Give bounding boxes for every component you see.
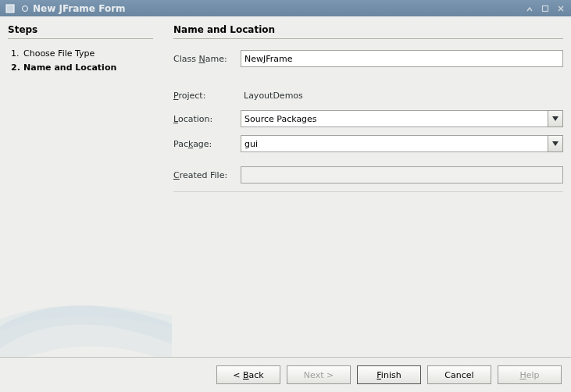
package-label: Package:: [173, 139, 241, 149]
finish-button[interactable]: Finish: [357, 365, 421, 384]
classname-label: Class Name:: [173, 54, 241, 64]
step-number: 1.: [11, 47, 23, 61]
createdfile-field: [241, 166, 563, 184]
package-input[interactable]: [241, 135, 548, 152]
divider: [8, 38, 153, 39]
location-label: Location:: [173, 114, 241, 124]
svg-rect-0: [6, 5, 14, 12]
cancel-button[interactable]: Cancel: [427, 365, 491, 384]
main-panel: Name and Location Class Name: Project: L…: [161, 24, 563, 348]
step-number: 2.: [11, 61, 23, 75]
dropdown-arrow-icon[interactable]: [548, 135, 563, 152]
dropdown-arrow-icon[interactable]: [548, 110, 563, 127]
button-bar: < Back Next > Finish Cancel Help: [0, 357, 571, 392]
minimize-button[interactable]: [524, 3, 535, 14]
step-label: Name and Location: [23, 61, 116, 75]
next-button: Next >: [287, 365, 351, 384]
steps-sidebar: Steps 1. Choose File Type 2. Name and Lo…: [8, 24, 161, 348]
divider: [173, 38, 563, 39]
main-heading: Name and Location: [173, 24, 563, 35]
divider: [173, 191, 563, 192]
app-icon: [5, 3, 16, 14]
svg-rect-1: [543, 5, 548, 11]
titlebar: New JFrame Form: [0, 0, 571, 16]
maximize-button[interactable]: [540, 3, 551, 14]
close-button[interactable]: [555, 3, 566, 14]
bullet-icon: [22, 5, 28, 12]
step-item: 1. Choose File Type: [11, 47, 153, 61]
location-input[interactable]: [241, 110, 548, 127]
step-item: 2. Name and Location: [11, 61, 153, 75]
classname-input[interactable]: [241, 50, 563, 67]
project-value: LayoutDemos: [241, 89, 563, 102]
back-button[interactable]: < Back: [216, 365, 280, 384]
decorative-swoosh: [0, 255, 172, 364]
steps-heading: Steps: [8, 24, 153, 35]
package-combo[interactable]: [241, 135, 563, 152]
help-button: Help: [498, 365, 562, 384]
location-combo[interactable]: [241, 110, 563, 127]
window-title: New JFrame Form: [33, 3, 524, 14]
step-label: Choose File Type: [23, 47, 95, 61]
createdfile-label: Created File:: [173, 170, 241, 180]
project-label: Project:: [173, 91, 241, 101]
